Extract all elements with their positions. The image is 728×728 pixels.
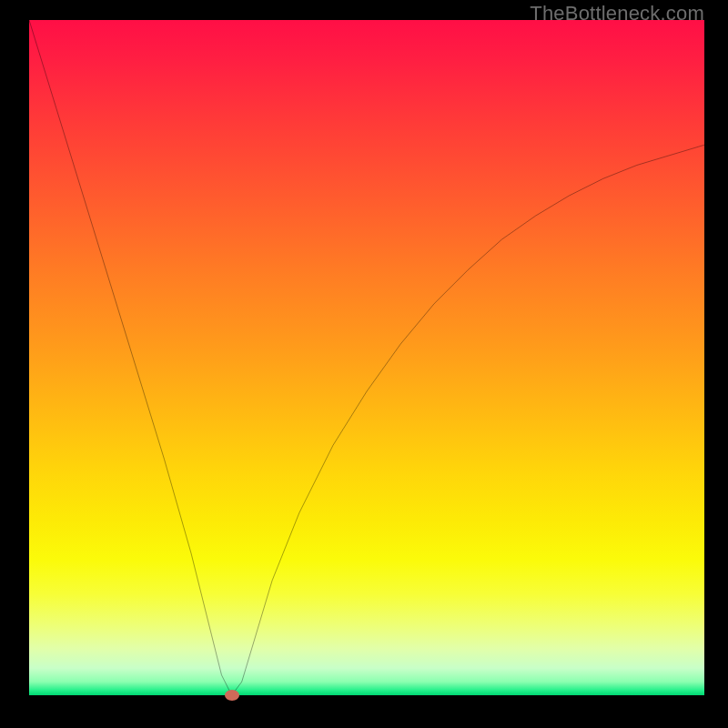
chart-stage: TheBottleneck.com: [0, 0, 728, 728]
optimal-point-marker: [225, 690, 239, 701]
bottleneck-curve: [29, 20, 704, 695]
attribution-text: TheBottleneck.com: [530, 2, 704, 25]
curve-layer: [29, 20, 704, 695]
